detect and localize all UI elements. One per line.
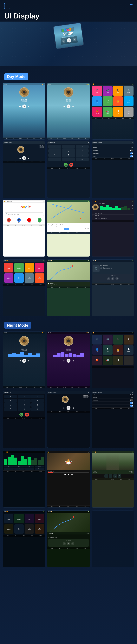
dial-6[interactable]: 6 — [76, 149, 89, 153]
eq-preset-6[interactable]: Treble — [14, 468, 24, 470]
prev-btn-2[interactable]: ⏮ — [63, 105, 65, 108]
song-item-3[interactable]: 3 华夏_花好月_花好月圆mp3 — [92, 217, 134, 220]
cp-calendar[interactable]: 📅Calendar — [35, 273, 44, 283]
app-bt[interactable]: 🔵BT — [92, 96, 102, 106]
dial-3[interactable]: 3 — [76, 145, 89, 148]
dial-5[interactable]: 5 — [62, 149, 75, 153]
night-dial-3[interactable]: 3 — [31, 395, 44, 398]
url-bar[interactable]: google.com — [6, 200, 43, 202]
app-navi[interactable]: 🗺Navi — [102, 96, 112, 106]
app-video[interactable]: 📹Video — [102, 86, 112, 96]
auto-answer-toggle[interactable] — [130, 150, 133, 151]
night-dial-8[interactable]: 8 — [18, 403, 30, 407]
night-app-carplay[interactable]: 🍎CarPlay — [92, 356, 102, 366]
night-power[interactable] — [130, 405, 133, 407]
app-weather[interactable]: 🌤Weather — [124, 96, 134, 106]
night-call-btn[interactable]: 📞 — [20, 413, 23, 416]
night-cp-msg[interactable]: 💬Messages — [14, 514, 24, 523]
gapp-youtube[interactable]: ▶ YouTube — [24, 218, 34, 223]
night-dial-7[interactable]: 7 — [4, 403, 17, 407]
play-btn[interactable]: ⏸ — [67, 38, 72, 43]
eq-preset-4[interactable]: Classic — [35, 466, 44, 468]
dial-1[interactable]: 1 — [48, 145, 61, 148]
vid-next[interactable]: ⏭ — [71, 473, 73, 476]
nav-center[interactable]: ◎ — [113, 474, 117, 478]
night-bt-next[interactable]: ⏭ — [72, 407, 74, 409]
bb-src[interactable]: SRC — [40, 138, 42, 139]
video-progress[interactable] — [48, 472, 89, 473]
cp-settings[interactable]: ⚙Settings — [24, 273, 34, 283]
bb-aps[interactable]: APS — [26, 138, 28, 139]
night-app-radio[interactable]: 📻Radio — [113, 345, 123, 355]
cp-music[interactable]: 🎵Music — [35, 263, 44, 272]
dial-hash[interactable]: # — [76, 158, 89, 161]
google-search[interactable]: 🔍 Search or type URL — [4, 212, 44, 216]
bb-dial-2[interactable]: DIAL — [50, 138, 52, 139]
app-more[interactable]: ⋯More — [124, 107, 134, 117]
night-dial-1[interactable]: 1 — [4, 395, 17, 398]
auto-connect-toggle[interactable] — [130, 152, 133, 154]
nav-zoom-in[interactable]: + — [104, 474, 108, 478]
night-app-eq[interactable]: 🎚EQ — [113, 356, 123, 366]
night-cp-phone[interactable]: 📞Phone — [4, 514, 14, 523]
night-next-1[interactable]: ⏭ — [28, 360, 30, 362]
bb-navi[interactable]: NAVI — [33, 138, 36, 139]
night-dial-9[interactable]: 9 — [31, 403, 44, 407]
night-cp-news[interactable]: 📰News — [14, 524, 24, 534]
night-dial-0[interactable]: 0 — [18, 407, 30, 411]
night-app-more[interactable]: ⋯More — [124, 356, 134, 366]
np-play[interactable]: ▶ — [111, 277, 114, 280]
night-np-prev[interactable]: ⏮ — [63, 542, 66, 545]
eq-preset-3[interactable]: Jazz — [24, 466, 34, 468]
prev-btn[interactable]: ⏮ — [62, 39, 66, 43]
night-play-2[interactable]: ⏸ — [66, 359, 70, 363]
song-item-2[interactable]: 2 暗香mp3 — [92, 214, 134, 217]
bt-next[interactable]: ⏭ — [28, 157, 30, 159]
cp-podcast[interactable]: 🎙Podcasts — [4, 273, 14, 283]
song-item-1[interactable]: 1 华夏_花好月mp3 — [92, 212, 134, 214]
night-dial-6[interactable]: 6 — [31, 399, 44, 402]
cp-maps[interactable]: 🗺Maps — [24, 263, 34, 272]
night-end-btn[interactable]: 📵 — [25, 413, 29, 416]
play-btn-2[interactable]: ⏸ — [66, 104, 70, 108]
nav-north[interactable]: N — [118, 474, 121, 478]
night-app-settings[interactable]: ⚙Settings — [124, 334, 134, 344]
app-phone[interactable]: 📞Phone — [113, 86, 123, 96]
night-np-next[interactable]: ⏭ — [71, 542, 74, 545]
night-app-weather[interactable]: 🌤Weather — [124, 345, 134, 355]
dial-star[interactable]: * — [48, 158, 61, 161]
night-cp-podcast[interactable]: 🎙Podcasts — [4, 524, 14, 534]
night-prev-2[interactable]: ⏮ — [63, 360, 65, 362]
night-cp-calendar[interactable]: 📅Calendar — [35, 524, 44, 534]
night-bt-prev[interactable]: ⏮ — [63, 407, 65, 409]
app-settings[interactable]: ⚙Settings — [124, 86, 134, 96]
eq-preset-7[interactable]: Flat — [24, 468, 34, 470]
power-toggle[interactable] — [130, 156, 133, 157]
night-app-navi[interactable]: 🗺Navi — [102, 345, 112, 355]
vid-play[interactable]: ▶ — [68, 473, 69, 476]
night-app-bt[interactable]: 🔵BT — [92, 345, 102, 355]
prev-button[interactable]: ⏮ — [19, 105, 21, 108]
night-dial-4[interactable]: 4 — [4, 399, 17, 402]
next-button[interactable]: ⏭ — [28, 105, 30, 108]
night-dial-star[interactable]: * — [4, 407, 17, 411]
end-call-btn[interactable]: 📵 — [69, 163, 73, 167]
np-next[interactable]: ⏭ — [116, 277, 118, 280]
night-app-music[interactable]: 🎵Music — [92, 334, 102, 344]
gapp-drive[interactable]: △ Drive — [35, 218, 44, 223]
night-dial-2[interactable]: 2 — [18, 395, 30, 398]
night-app-android[interactable]: 🤖Android — [102, 356, 112, 366]
go-button[interactable]: GO — [64, 228, 69, 230]
eq-preset-8[interactable]: Custom — [35, 468, 44, 470]
night-auto-connect[interactable] — [130, 402, 133, 404]
night-next-2[interactable]: ⏭ — [72, 360, 74, 362]
play-button[interactable]: ⏸ — [22, 104, 26, 108]
app-carplay[interactable]: 🍎CarPlay — [92, 107, 102, 117]
gapp-gmail[interactable]: ✉ Gmail — [4, 218, 14, 223]
dial-8[interactable]: 8 — [62, 153, 75, 157]
bb-dial[interactable]: DIAL — [6, 138, 8, 139]
night-app-phone[interactable]: 📞Phone — [113, 334, 123, 344]
bb-bt[interactable]: BT — [13, 138, 14, 139]
bt-prev[interactable]: ⏮ — [19, 157, 21, 159]
next-song[interactable]: ⏭ — [132, 207, 134, 209]
